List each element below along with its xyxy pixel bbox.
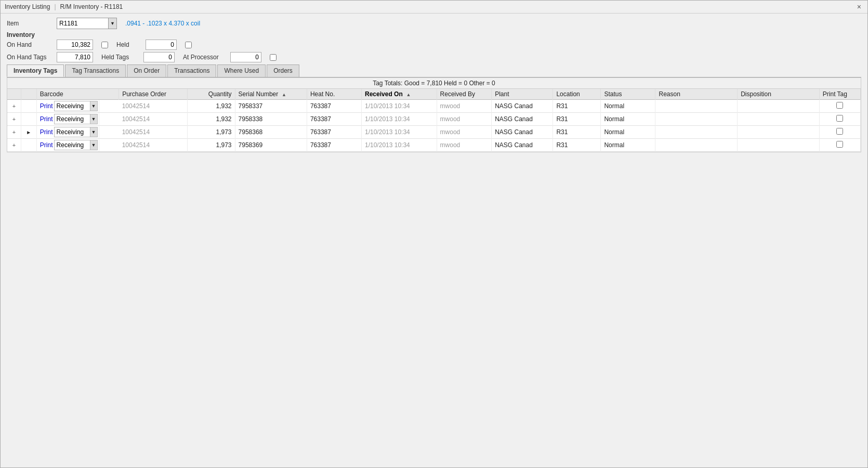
col-header-purchase-order[interactable]: Purchase Order — [119, 89, 187, 100]
row-received-by-0: mwood — [437, 100, 492, 113]
row-location-2: R31 — [553, 126, 601, 139]
print-tag-checkbox-3[interactable] — [836, 141, 843, 148]
row-plant-1: NASG Canad — [492, 113, 553, 126]
print-link-1[interactable]: Print — [40, 115, 53, 123]
receiving-input-0[interactable] — [54, 101, 90, 111]
row-barcode-0: Print ▼ — [37, 100, 99, 112]
receiving-dropdown-1[interactable]: ▼ — [90, 114, 98, 124]
row-print-tag-3[interactable] — [819, 139, 860, 152]
close-button[interactable]: × — [855, 3, 863, 11]
table-row: + ► Print ▼ 10042514 1,973 7958368 76338… — [7, 126, 861, 139]
row-expand-2[interactable]: + — [7, 126, 21, 139]
print-tag-checkbox-2[interactable] — [836, 128, 843, 135]
row-serial-3: 7958369 — [235, 139, 307, 152]
row-heat-3: 763387 — [307, 139, 361, 152]
print-link-0[interactable]: Print — [40, 102, 53, 110]
row-location-0: R31 — [553, 100, 601, 113]
print-link-2[interactable]: Print — [40, 128, 53, 136]
tab-where-used[interactable]: Where Used — [217, 64, 266, 77]
item-dropdown-arrow[interactable]: ▼ — [109, 18, 117, 29]
on-hand-tags-input[interactable] — [57, 52, 93, 62]
table-body: + Print ▼ 10042514 1,932 7958337 763387 … — [7, 100, 861, 152]
print-tag-checkbox-1[interactable] — [836, 115, 843, 122]
item-dropdown: ▼ — [57, 18, 117, 29]
row-plant-3: NASG Canad — [492, 139, 553, 152]
row-indicator-3 — [21, 139, 36, 152]
at-processor-input[interactable] — [230, 52, 261, 62]
on-hand-input[interactable] — [57, 40, 93, 50]
col-header-quantity[interactable]: Quantity — [187, 89, 235, 100]
inventory-section-label: Inventory — [7, 31, 861, 38]
col-header-print-tag[interactable]: Print Tag — [819, 89, 860, 100]
col-header-received-by[interactable]: Received By — [437, 89, 492, 100]
tab-tag-transactions[interactable]: Tag Transactions — [65, 64, 126, 77]
main-window: Inventory Listing | R/M Inventory - R118… — [0, 0, 868, 468]
tag-totals-bar: Tag Totals: Good = 7,810 Held = 0 Other … — [7, 78, 861, 89]
receiving-dropdown-0[interactable]: ▼ — [90, 101, 98, 111]
row-received-on-2: 1/10/2013 10:34 — [362, 126, 437, 139]
row-heat-0: 763387 — [307, 100, 361, 113]
held-checkbox[interactable] — [185, 42, 192, 48]
table-row: + Print ▼ 10042514 1,973 7958369 763387 … — [7, 139, 861, 152]
on-hand-label: On Hand — [7, 41, 48, 48]
row-received-by-2: mwood — [437, 126, 492, 139]
row-qty-0: 1,932 — [187, 100, 235, 113]
receiving-input-3[interactable] — [54, 140, 90, 150]
receiving-dropdown-3[interactable]: ▼ — [90, 140, 98, 150]
row-status-2: Normal — [601, 126, 655, 139]
held-input[interactable] — [146, 40, 177, 50]
row-disposition-0 — [738, 100, 820, 113]
col-header-disposition[interactable]: Disposition — [738, 89, 820, 100]
col-header-heat-no[interactable]: Heat No. — [307, 89, 361, 100]
row-location-1: R31 — [553, 113, 601, 126]
on-hand-tags-label: On Hand Tags — [7, 54, 48, 61]
print-link-3[interactable]: Print — [40, 141, 53, 149]
col-header-plant[interactable]: Plant — [492, 89, 553, 100]
row-reason-1 — [655, 113, 738, 126]
inventory-section: Inventory On Hand Held On Hand Tags Held… — [7, 31, 861, 62]
row-qty-2: 1,973 — [187, 126, 235, 139]
col-header-serial-number[interactable]: Serial Number ▲ — [235, 89, 307, 100]
tab-transactions[interactable]: Transactions — [167, 64, 216, 77]
tab-on-order[interactable]: On Order — [127, 64, 166, 77]
row-reason-3 — [655, 139, 738, 152]
receiving-input-2[interactable] — [54, 127, 90, 137]
row-indicator-2: ► — [21, 126, 36, 139]
tab-inventory-tags[interactable]: Inventory Tags — [7, 64, 64, 77]
col-header-location[interactable]: Location — [553, 89, 601, 100]
receiving-input-1[interactable] — [54, 114, 90, 124]
row-reason-2 — [655, 126, 738, 139]
table-header-row: Barcode Purchase Order Quantity Serial N… — [7, 89, 861, 100]
row-serial-0: 7958337 — [235, 100, 307, 113]
row-status-1: Normal — [601, 113, 655, 126]
item-description: .0941 - .1023 x 4.370 x coil — [125, 20, 200, 27]
print-tag-checkbox-0[interactable] — [836, 102, 843, 109]
tab-orders[interactable]: Orders — [267, 64, 299, 77]
row-disposition-2 — [738, 126, 820, 139]
held-tags-input[interactable] — [143, 52, 175, 62]
col-header-status[interactable]: Status — [601, 89, 655, 100]
col-header-barcode[interactable]: Barcode — [36, 89, 119, 100]
inventory-tags-table: Barcode Purchase Order Quantity Serial N… — [7, 89, 861, 152]
at-processor-label: At Processor — [183, 54, 222, 61]
row-print-tag-2[interactable] — [819, 126, 860, 139]
row-print-tag-0[interactable] — [819, 100, 860, 113]
breadcrumb-label: Inventory Listing — [5, 3, 50, 10]
col-header-received-on[interactable]: Received On ▲ — [362, 89, 437, 100]
receiving-dropdown-2[interactable]: ▼ — [90, 127, 98, 137]
col-header-reason[interactable]: Reason — [655, 89, 738, 100]
row-reason-0 — [655, 100, 738, 113]
row-expand-1[interactable]: + — [7, 113, 21, 126]
item-input[interactable] — [57, 18, 109, 29]
on-hand-checkbox[interactable] — [101, 42, 108, 48]
row-expand-3[interactable]: + — [7, 139, 21, 152]
inventory-tags-row: On Hand Tags Held Tags At Processor — [7, 52, 861, 62]
at-processor-checkbox[interactable] — [270, 54, 277, 61]
row-print-tag-1[interactable] — [819, 113, 860, 126]
received-on-sort-icon: ▲ — [406, 92, 411, 97]
row-expand-0[interactable]: + — [7, 100, 21, 113]
row-qty-3: 1,973 — [187, 139, 235, 152]
row-status-0: Normal — [601, 100, 655, 113]
col-header-expand — [7, 89, 21, 100]
window-title: R/M Inventory - R1181 — [60, 3, 123, 10]
